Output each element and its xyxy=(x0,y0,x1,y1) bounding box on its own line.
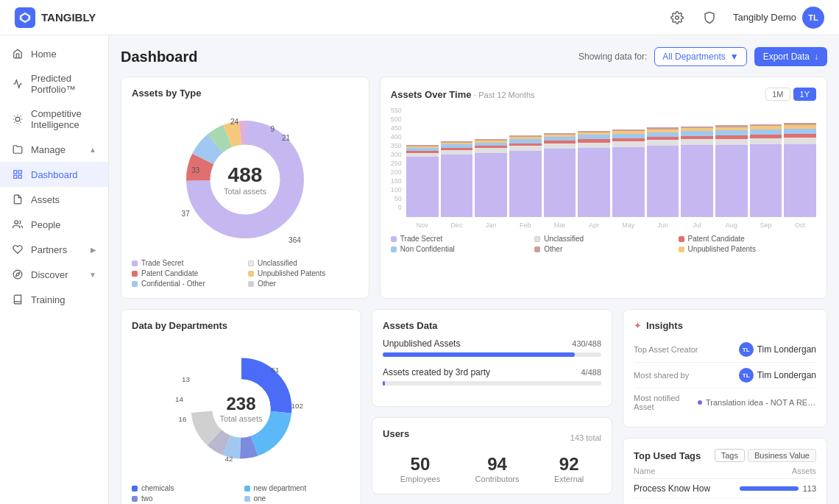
assets-type-legend: Trade Secret Unclassified Patent Candida… xyxy=(132,259,358,288)
users-total: 143 total xyxy=(570,433,601,442)
svg-text:13: 13 xyxy=(182,375,190,383)
assets-donut: 9 21 24 33 37 364 488 Total assets xyxy=(132,106,358,253)
svg-rect-14 xyxy=(18,175,21,178)
bar-month-label: Aug xyxy=(715,221,748,229)
tags-btn-tags[interactable]: Tags xyxy=(715,449,745,462)
shared-avatar: TL xyxy=(739,368,754,383)
chart-icon xyxy=(12,78,24,90)
total-assets-number: 488 xyxy=(224,163,266,187)
sidebar-item-people[interactable]: People xyxy=(0,212,108,237)
sidebar-item-competitive[interactable]: Competitive Intelligence xyxy=(0,102,108,137)
sidebar-item-assets[interactable]: Assets xyxy=(0,187,108,212)
handshake-icon xyxy=(12,244,24,255)
bar-month-label: Nov xyxy=(406,221,439,229)
bar-segment xyxy=(784,144,816,217)
bar-column xyxy=(509,135,542,217)
svg-text:9: 9 xyxy=(270,125,275,133)
main-content: Dashboard Showing data for: All Departme… xyxy=(109,35,839,504)
external-label: External xyxy=(554,475,584,483)
bar-segment xyxy=(475,153,507,217)
header-icons xyxy=(665,6,721,29)
bar-column xyxy=(784,123,816,217)
assets-data-card: Assets Data Unpublished Assets 430/488 A… xyxy=(372,309,612,407)
partners-chevron: ▶ xyxy=(91,246,96,254)
bar-segment xyxy=(750,144,782,217)
sidebar-item-training[interactable]: Training xyxy=(0,287,108,312)
header-right: Tangibly Demo TL xyxy=(665,6,824,29)
svg-text:21: 21 xyxy=(282,134,291,142)
download-icon: ↓ xyxy=(814,52,818,62)
bar-month-label: Dec xyxy=(441,221,473,229)
sidebar-item-manage[interactable]: Manage ▲ xyxy=(0,137,108,162)
creator-avatar: TL xyxy=(739,342,754,357)
settings-icon[interactable] xyxy=(665,6,689,29)
time-buttons: 1M 1Y xyxy=(765,88,816,101)
user-avatar: TL xyxy=(802,7,824,29)
file-icon xyxy=(12,194,24,205)
insight-most-shared: Most shared by TL Tim Londergan xyxy=(634,363,816,388)
insights-title: Insights xyxy=(646,320,683,331)
dept-card-title: Data by Departments xyxy=(132,320,350,331)
export-button[interactable]: Export Data ↓ xyxy=(754,47,827,66)
sidebar-item-partners[interactable]: Partners ▶ xyxy=(0,237,108,262)
middle-column: Assets Data Unpublished Assets 430/488 A… xyxy=(372,309,612,504)
insights-card: ✦ Insights Top Asset Creator TL Tim Lond… xyxy=(623,309,827,427)
svg-rect-13 xyxy=(18,171,21,174)
bar-column xyxy=(681,127,713,217)
tag-row-process: Process Know How 113 xyxy=(634,479,816,499)
sidebar-label-competitive: Competitive Intelligence xyxy=(31,108,96,130)
bar-month-label: Jan xyxy=(475,221,507,229)
svg-marker-18 xyxy=(16,273,20,277)
bar-column xyxy=(647,127,679,217)
contributors-count: 94 xyxy=(475,454,520,475)
dept-donut: 51 102 13 14 16 42 238 Total assets xyxy=(132,338,350,478)
legend-item: Other xyxy=(248,280,358,288)
sidebar-item-dashboard[interactable]: Dashboard xyxy=(0,162,108,187)
third-party-assets-item: Assets created by 3rd party 4/488 xyxy=(383,367,601,386)
dept-dropdown[interactable]: All Departments ▼ xyxy=(654,47,746,66)
time-btn-1m[interactable]: 1M xyxy=(765,88,790,101)
svg-line-11 xyxy=(21,116,21,116)
tag-bar xyxy=(740,486,799,491)
svg-text:42: 42 xyxy=(224,455,233,463)
bar-column xyxy=(475,139,507,217)
shield-icon[interactable] xyxy=(698,6,721,29)
dept-legend: chemicals new department two one three O… xyxy=(132,484,350,504)
time-btn-1y[interactable]: 1Y xyxy=(793,88,816,101)
external-stat: 92 External xyxy=(554,454,584,483)
sidebar-item-home[interactable]: Home xyxy=(0,41,108,66)
bulb-icon xyxy=(12,113,24,125)
folder-icon xyxy=(12,143,24,155)
page-title: Dashboard xyxy=(121,49,197,65)
bar-labels: NovDecJanFebMarAprMayJunJulAugSepOct xyxy=(406,219,816,229)
svg-line-6 xyxy=(14,116,15,116)
sidebar-label-manage: Manage xyxy=(31,144,66,155)
users-stats: 50 Employees 94 Contributors 92 External xyxy=(383,454,601,483)
sidebar-label-partners: Partners xyxy=(31,244,67,255)
sidebar-label-home: Home xyxy=(31,49,57,60)
bar-segment xyxy=(784,138,816,144)
bar-month-label: Sep xyxy=(750,221,782,229)
tag-count: 113 xyxy=(803,484,816,493)
bar-segment xyxy=(647,146,679,217)
sidebar-item-predicted[interactable]: Predicted Portfolio™ xyxy=(0,66,108,102)
dept-donut-center: 238 Total assets xyxy=(219,394,262,423)
asset-dot xyxy=(698,400,702,405)
bar-column xyxy=(406,145,439,217)
bar-column xyxy=(715,125,748,217)
bar-segment xyxy=(441,155,473,217)
bar-segment xyxy=(750,138,782,144)
tag-name: Process Know How xyxy=(634,483,710,494)
tags-buttons: Tags Business Value xyxy=(715,449,816,462)
bar-segment xyxy=(544,143,576,149)
legend-item: Unclassified xyxy=(248,259,358,267)
sidebar-item-discover[interactable]: Discover ▼ xyxy=(0,262,108,287)
tags-btn-business[interactable]: Business Value xyxy=(748,449,816,462)
svg-rect-12 xyxy=(14,171,17,174)
bar-column xyxy=(544,133,576,217)
bar-month-label: Mar xyxy=(544,221,576,229)
bar-segment xyxy=(509,146,542,151)
manage-chevron: ▲ xyxy=(89,146,96,154)
sidebar: Home Predicted Portfolio™ Competitive In… xyxy=(0,35,109,504)
bar-segment xyxy=(578,148,610,217)
